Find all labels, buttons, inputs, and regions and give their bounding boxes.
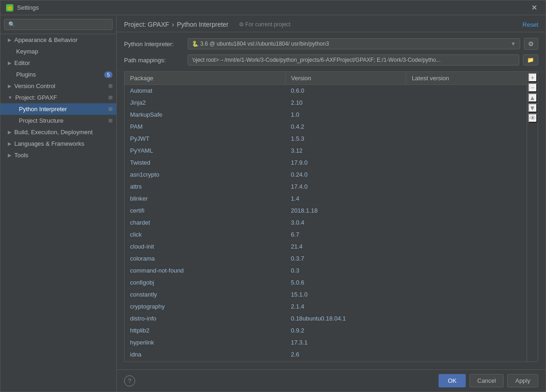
path-mappings-field[interactable]: 'oject root>→/mnt/e/1-Work/3-Code/python… (188, 54, 519, 65)
table-row[interactable]: constantly 15.1.0 (125, 289, 527, 301)
path-folder-button[interactable]: 📁 (523, 54, 538, 65)
table-row[interactable]: Automat 0.6.0 (125, 85, 527, 97)
package-name: idna (125, 349, 285, 361)
table-row[interactable]: Twisted 17.9.0 (125, 157, 527, 169)
package-latest (406, 133, 527, 145)
package-name: PyJWT (125, 133, 285, 145)
package-latest (406, 193, 527, 205)
interpreter-select[interactable]: 🐍 3.6 @ ubuntu1804 vsl://ubuntu1804/ usr… (188, 38, 520, 49)
table-row[interactable]: attrs 17.4.0 (125, 181, 527, 193)
eye-button[interactable]: 👁 (528, 113, 537, 123)
table-row[interactable]: httplib2 0.9.2 (125, 325, 527, 337)
breadcrumb-sep: › (172, 21, 174, 28)
table-row[interactable]: asn1crypto 0.24.0 (125, 169, 527, 181)
sidebar-item-version-control[interactable]: ▶ Version Control ⊞ (0, 80, 116, 92)
package-latest (406, 181, 527, 193)
table-row[interactable]: chardet 3.0.4 (125, 217, 527, 229)
table-row[interactable]: certifi 2018.1.18 (125, 205, 527, 217)
sidebar-item-tools[interactable]: ▶ Tools (0, 149, 116, 161)
repo-icon: ⊞ (108, 95, 113, 101)
sidebar-item-label: Languages & Frameworks (14, 140, 84, 147)
package-name: Twisted (125, 157, 285, 169)
close-button[interactable]: ✕ (528, 2, 540, 13)
table-row[interactable]: idna 2.6 (125, 349, 527, 361)
table-row[interactable]: Jinja2 2.10 (125, 97, 527, 109)
package-version: 2.10 (285, 97, 406, 109)
table-row[interactable]: colorama 0.3.7 (125, 253, 527, 265)
scroll-down-button[interactable]: ▼ (528, 103, 537, 113)
sidebar-item-python-interpreter[interactable]: Python Interpreter ⊞ (0, 103, 116, 115)
cancel-button[interactable]: Cancel (469, 374, 504, 387)
remove-package-button[interactable]: − (528, 83, 537, 92)
sidebar-item-plugins[interactable]: Plugins 5 (0, 69, 116, 80)
table-row[interactable]: blinker 1.4 (125, 193, 527, 205)
package-name: certifi (125, 205, 285, 217)
apply-button[interactable]: Apply (507, 374, 538, 387)
table-row[interactable]: configobj 5.0.6 (125, 277, 527, 289)
sidebar-search-container (0, 15, 116, 34)
package-version: 0.9.2 (285, 325, 406, 337)
table-row[interactable]: MarkupSafe 1.0 (125, 109, 527, 121)
table-row[interactable]: PyYAML 3.12 (125, 145, 527, 157)
package-version: 5.0.6 (285, 277, 406, 289)
package-version: 15.1.0 (285, 289, 406, 301)
sidebar-item-build-execution[interactable]: ▶ Build, Execution, Deployment (0, 126, 116, 138)
package-latest (406, 265, 527, 277)
table-row[interactable]: command-not-found 0.3 (125, 265, 527, 277)
table-row[interactable]: PAM 0.4.2 (125, 121, 527, 133)
package-latest (406, 85, 527, 97)
sidebar-item-label: Build, Execution, Deployment (14, 129, 93, 136)
interpreter-settings-button[interactable]: ⚙ (524, 38, 538, 50)
package-latest (406, 109, 527, 121)
package-version: 0.18ubuntu0.18.04.1 (285, 313, 406, 325)
package-name: hyperlink (125, 337, 285, 349)
table-row[interactable]: cryptography 2.1.4 (125, 301, 527, 313)
package-version: 3.12 (285, 145, 406, 157)
package-latest (406, 121, 527, 133)
package-name: asn1crypto (125, 169, 285, 181)
package-name: configobj (125, 277, 285, 289)
package-name: blinker (125, 193, 285, 205)
interpreter-value: 🐍 3.6 @ ubuntu1804 vsl://ubuntu1804/ usr… (192, 41, 329, 47)
package-version: 1.4 (285, 193, 406, 205)
package-name: MarkupSafe (125, 109, 285, 121)
package-latest (406, 325, 527, 337)
scroll-up-button[interactable]: ▲ (528, 93, 537, 102)
sidebar-item-label: Appearance & Behavior (14, 36, 77, 43)
search-input[interactable] (4, 19, 113, 30)
sidebar-item-project-structure[interactable]: Project Structure ⊞ (0, 115, 116, 126)
package-table-wrap[interactable]: Package Version Latest version Automat 0… (125, 72, 527, 362)
table-row[interactable]: click 6.7 (125, 229, 527, 241)
table-row[interactable]: distro-info 0.18ubuntu0.18.04.1 (125, 313, 527, 325)
help-button[interactable]: ? (124, 375, 135, 386)
sidebar: ▶ Appearance & Behavior Keymap ▶ Editor … (0, 15, 117, 392)
package-table: Package Version Latest version Automat 0… (125, 72, 527, 361)
table-row[interactable]: cloud-init 21.4 (125, 241, 527, 253)
package-name: cloud-init (125, 241, 285, 253)
package-name: Automat (125, 85, 285, 97)
package-latest (406, 277, 527, 289)
sidebar-item-editor[interactable]: ▶ Editor (0, 57, 116, 69)
package-name: colorama (125, 253, 285, 265)
sidebar-item-appearance[interactable]: ▶ Appearance & Behavior (0, 34, 116, 46)
sidebar-item-label: Tools (14, 152, 28, 159)
sidebar-item-keymap[interactable]: Keymap (0, 46, 116, 57)
sidebar-item-label: Version Control (14, 83, 55, 89)
add-package-button[interactable]: + (528, 73, 537, 82)
action-buttons: OK Cancel Apply (439, 374, 538, 387)
table-row[interactable]: PyJWT 1.5.3 (125, 133, 527, 145)
package-version: 21.4 (285, 241, 406, 253)
package-latest (406, 253, 527, 265)
table-row[interactable]: hyperlink 17.3.1 (125, 337, 527, 349)
package-name: click (125, 229, 285, 241)
sidebar-item-project-gpaxf[interactable]: ▼ Project: GPAXF ⊞ (0, 92, 116, 103)
window-title: Settings (17, 4, 528, 11)
reset-button[interactable]: Reset (522, 21, 538, 28)
expand-icon: ▶ (8, 83, 12, 89)
ok-button[interactable]: OK (439, 374, 466, 387)
package-latest (406, 229, 527, 241)
sidebar-item-label: Project: GPAXF (15, 94, 57, 101)
package-latest (406, 97, 527, 109)
sidebar-item-languages-frameworks[interactable]: ▶ Languages & Frameworks (0, 138, 116, 149)
sidebar-item-label: Keymap (16, 48, 38, 55)
